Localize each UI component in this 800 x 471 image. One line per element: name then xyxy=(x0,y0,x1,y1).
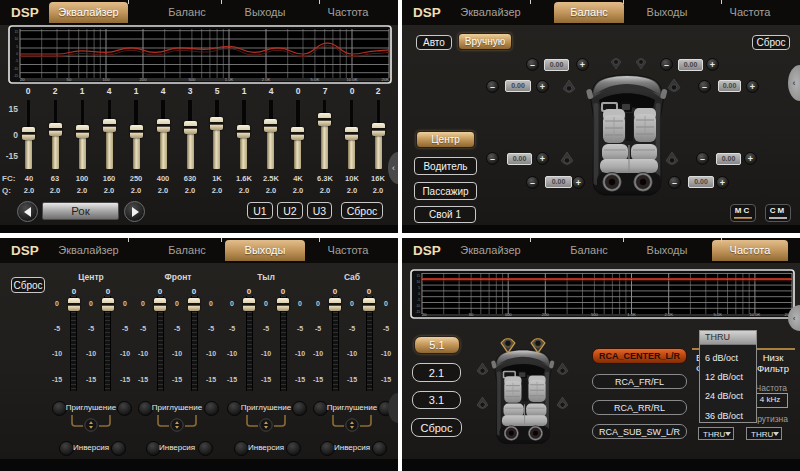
svg-text:1.0K: 1.0K xyxy=(627,312,636,317)
svg-text:20: 20 xyxy=(422,312,427,317)
svg-text:-15: -15 xyxy=(13,74,18,78)
svg-text:-10: -10 xyxy=(13,67,18,71)
svg-text:20K: 20K xyxy=(382,77,390,82)
svg-text:5.0K: 5.0K xyxy=(713,312,722,317)
svg-text:10: 10 xyxy=(14,37,18,41)
svg-text:-5: -5 xyxy=(15,59,18,63)
svg-text:0: 0 xyxy=(418,292,420,296)
svg-text:500: 500 xyxy=(591,312,599,317)
svg-text:500: 500 xyxy=(188,77,196,82)
svg-text:10: 10 xyxy=(416,280,420,284)
svg-text:10.0K: 10.0K xyxy=(749,312,760,317)
svg-text:-10: -10 xyxy=(415,304,420,308)
svg-text:50: 50 xyxy=(469,312,474,317)
svg-text:2.0K: 2.0K xyxy=(262,77,271,82)
svg-text:20: 20 xyxy=(20,77,25,82)
svg-text:15: 15 xyxy=(416,274,420,278)
svg-text:200: 200 xyxy=(140,77,148,82)
svg-text:100: 100 xyxy=(103,77,111,82)
svg-text:100: 100 xyxy=(505,312,513,317)
svg-text:5: 5 xyxy=(418,286,420,290)
svg-text:5.0K: 5.0K xyxy=(311,77,320,82)
svg-text:1.0K: 1.0K xyxy=(225,77,234,82)
svg-text:15: 15 xyxy=(14,30,18,34)
svg-text:200: 200 xyxy=(542,312,550,317)
svg-text:10.0K: 10.0K xyxy=(347,77,358,82)
svg-text:-5: -5 xyxy=(417,298,420,302)
svg-text:5: 5 xyxy=(16,45,18,49)
svg-text:-15: -15 xyxy=(415,310,420,314)
svg-text:50: 50 xyxy=(67,77,72,82)
svg-text:0: 0 xyxy=(16,52,18,56)
svg-text:2.0K: 2.0K xyxy=(664,312,673,317)
